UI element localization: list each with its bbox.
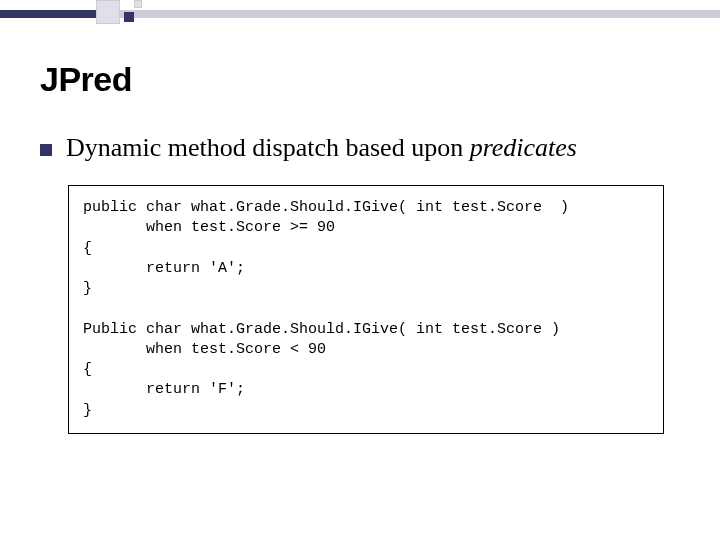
square-bullet-icon: [40, 144, 52, 156]
bullet-text-prefix: Dynamic method dispatch based upon: [66, 133, 470, 162]
slide-top-decoration: [0, 0, 720, 28]
bullet-text-italic: predicates: [470, 133, 577, 162]
code-block: public char what.Grade.Should.IGive( int…: [68, 185, 664, 434]
bullet-text: Dynamic method dispatch based upon predi…: [66, 133, 577, 163]
bullet-item: Dynamic method dispatch based upon predi…: [40, 133, 680, 163]
slide-title: JPred: [40, 60, 680, 99]
slide-content: JPred Dynamic method dispatch based upon…: [40, 60, 680, 434]
